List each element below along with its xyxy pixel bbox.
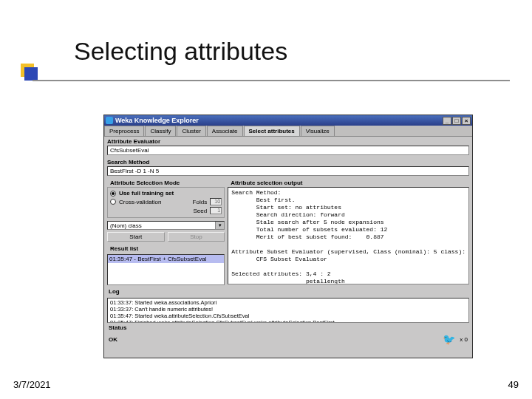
slide-date: 3/7/2021 — [13, 379, 51, 390]
radio-dot-icon — [110, 191, 116, 197]
class-combo[interactable]: (Nom) class ▾ — [107, 221, 225, 230]
selection-mode-label: Attribute Selection Mode — [107, 178, 225, 187]
folds-label: Folds — [193, 199, 208, 205]
stop-button[interactable]: Stop — [168, 232, 225, 242]
tab-preprocess[interactable]: Preprocess — [104, 126, 144, 136]
status-value: OK — [109, 336, 117, 343]
tab-associate[interactable]: Associate — [207, 126, 243, 136]
slide-number: 49 — [508, 379, 519, 390]
attribute-evaluator-label: Attribute Evaluator — [104, 137, 472, 146]
status-label: Status — [104, 323, 472, 332]
weka-window: Weka Knowledge Explorer _ □ × Preprocess… — [103, 115, 473, 358]
window-title: Weka Knowledge Explorer — [115, 117, 199, 124]
output-label: Attribute selection output — [228, 178, 469, 187]
close-button[interactable]: × — [462, 117, 471, 125]
log-label: Log — [104, 287, 472, 296]
selection-mode-group: Use full training set Cross-validation F… — [107, 187, 225, 218]
tab-classify[interactable]: Classify — [145, 126, 176, 136]
radio-full-training-label: Use full training set — [119, 190, 174, 197]
status-count: x 0 — [460, 336, 468, 343]
seed-label: Seed — [193, 208, 207, 214]
weka-bird-icon: 🐦 — [443, 333, 455, 345]
folds-input[interactable]: 10 — [210, 198, 222, 205]
log-line: 01:33:37: Can't handle numeric attribute… — [110, 306, 466, 313]
status-bar: OK 🐦 x 0 — [104, 332, 472, 347]
result-list-label: Result list — [107, 244, 225, 253]
chevron-down-icon[interactable]: ▾ — [215, 222, 224, 229]
tab-bar: Preprocess Classify Cluster Associate Se… — [104, 126, 472, 137]
radio-cross-validation[interactable]: Cross-validation Folds 10 — [110, 197, 222, 206]
result-list-item[interactable]: 01:35:47 - BestFirst + CfsSubsetEval — [108, 255, 224, 263]
log-box[interactable]: 01:33:37: Started weka.associations.Apri… — [107, 298, 469, 323]
slide-rule — [33, 80, 510, 81]
start-button[interactable]: Start — [107, 232, 165, 242]
slide-bullet-decoration — [21, 64, 34, 77]
radio-full-training[interactable]: Use full training set — [110, 189, 222, 197]
log-line: 01:33:37: Started weka.associations.Apri… — [110, 299, 466, 306]
seed-input[interactable]: 1 — [210, 207, 222, 214]
attribute-selection-output[interactable]: Search Method: Best first. Start set: no… — [228, 187, 469, 284]
attribute-evaluator-field[interactable]: CfsSubsetEval — [107, 146, 469, 155]
maximize-button[interactable]: □ — [452, 117, 461, 125]
class-combo-value: (Nom) class — [108, 222, 215, 229]
slide-title: Selecting attributes — [74, 37, 287, 66]
app-icon — [106, 117, 113, 124]
search-method-field[interactable]: BestFirst -D 1 -N 5 — [107, 166, 469, 176]
radio-cross-validation-label: Cross-validation — [119, 199, 161, 205]
tab-select-attributes[interactable]: Select attributes — [244, 126, 300, 136]
result-list[interactable]: 01:35:47 - BestFirst + CfsSubsetEval — [107, 254, 225, 285]
minimize-button[interactable]: _ — [443, 117, 451, 125]
search-method-label: Search Method — [104, 157, 472, 166]
tab-cluster[interactable]: Cluster — [177, 126, 205, 136]
window-titlebar[interactable]: Weka Knowledge Explorer _ □ × — [104, 115, 472, 126]
log-line: 01:35:47: Started weka.attributeSelectio… — [110, 313, 466, 319]
radio-dot-icon — [110, 199, 116, 205]
tab-visualize[interactable]: Visualize — [301, 126, 335, 136]
